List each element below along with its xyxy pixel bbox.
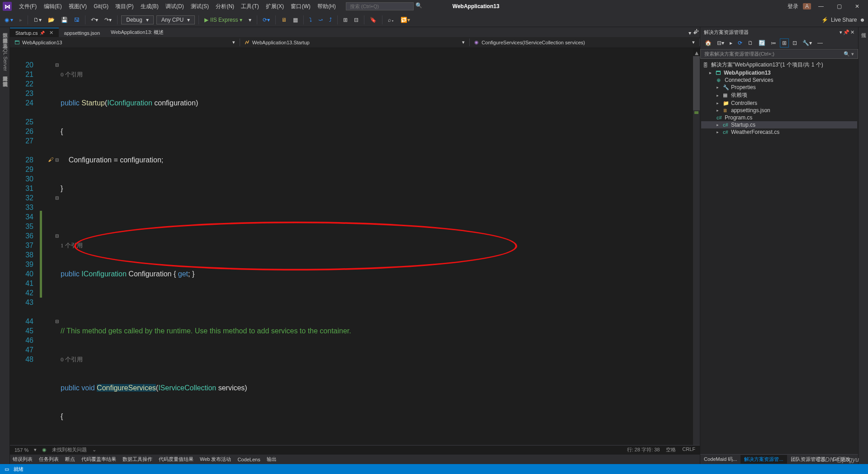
refresh-all-button[interactable]: 🔄 [757,39,767,47]
tab-appsettings[interactable]: appsettings.json [59,28,106,37]
nav-back-button[interactable]: ◉ ▾ [3,16,15,24]
preview-button[interactable]: ⊡ [791,39,799,47]
project-node[interactable]: ▸🗔WebApplication13 [701,69,857,76]
filter-button[interactable]: — [816,39,825,47]
menu-window[interactable]: 窗口(W) [288,3,313,9]
uncomment-button[interactable]: ⊟ [352,16,360,24]
menu-project[interactable]: 项目(P) [113,3,136,9]
new-file-button[interactable]: 🗋▾ [32,16,43,24]
properties-button[interactable]: ≔ [769,39,778,47]
step-out-button[interactable]: ⤴ [327,16,334,24]
sync-button[interactable]: ⟳ [736,39,744,47]
eol-mode[interactable]: CRLF [682,446,695,453]
step-into-button[interactable]: ⤵ [307,16,314,24]
nav-class-dropdown[interactable]: 🗲WebApplication13.Startup▾ [240,38,470,46]
open-file-button[interactable]: 📂 [46,16,57,24]
tab-breakpoints[interactable]: 断点 [65,456,75,463]
user-avatar-icon[interactable]: A [803,3,811,9]
codelens-refs[interactable]: 1 个引用 [61,241,700,250]
tab-metrics[interactable]: 代码度量值结果 [159,456,193,463]
stop-button[interactable]: ▦ [291,16,300,24]
tab-task-list[interactable]: 任务列表 [39,456,59,463]
show-all-button[interactable]: 🗋 [746,39,755,47]
menu-edit[interactable]: 编辑(E) [41,3,65,9]
code-editor[interactable]: 2021222324 252627 2829303132333435363738… [10,48,700,445]
menu-analyze[interactable]: 分析(N) [213,3,237,9]
vertical-scrollbar[interactable]: ▴ [693,48,700,445]
fold-icon[interactable]: ⊟ [55,317,59,326]
rail-sqlserver[interactable]: SQL Server 对象资源管理器 [1,45,9,72]
panel-pin-button[interactable]: 📌 [843,29,849,35]
menu-extensions[interactable]: 扩展(X) [263,3,287,9]
view-button[interactable]: ⊞ [780,38,789,47]
run-split-button[interactable]: ▾ [247,16,253,24]
run-button[interactable]: ▶ IIS Express ▾ [203,16,244,24]
save-button[interactable]: 💾 [59,16,70,24]
wrench-button[interactable]: 🔧▾ [801,39,814,47]
codelens-refs[interactable]: 0 个引用 [61,355,700,364]
platform-dropdown[interactable]: Any CPU▾ [156,15,195,24]
solution-search-input[interactable]: 搜索解决方案资源管理器(Ctrl+;)🔍 ▾ [700,49,858,59]
tab-output[interactable]: 输出 [267,456,277,463]
live-share-button[interactable]: Live Share [831,17,857,23]
solution-root[interactable]: 🗄解决方案"WebApplication13"(1 个项目/共 1 个) [701,61,857,69]
fold-icon[interactable]: ⊟ [55,155,59,165]
search-icon[interactable]: 🔍 [415,2,425,10]
tab-overview[interactable]: WebApplication13: 概述 [105,27,169,37]
menu-help[interactable]: 帮助(H) [315,3,339,9]
feedback-icon[interactable]: ☻ [859,17,865,23]
code-content[interactable]: 0 个引用 public Startup(IConfiguration conf… [61,48,700,445]
indent-mode[interactable]: 空格 [666,446,676,453]
minimize-button[interactable]: — [813,3,829,9]
tab-error-list[interactable]: 错误列表 [13,456,33,463]
maximize-button[interactable]: ▢ [831,3,847,9]
nav-method-dropdown[interactable]: ◉ConfigureServices(IServiceCollection se… [470,38,700,46]
close-button[interactable]: ✕ [849,3,865,9]
step-over-button[interactable]: ⤻ [316,16,325,24]
menu-build[interactable]: 生成(B) [138,3,161,9]
panel-close-button[interactable]: ✕ [850,29,854,35]
properties-node[interactable]: ▸🔧Properties [701,84,857,91]
tab-startup[interactable]: Startup.cs 📌 ✕ [10,28,59,37]
split-editor-button[interactable]: ✢ [694,28,699,34]
quick-search-input[interactable] [346,2,414,10]
login-link[interactable]: 登录 [785,3,801,10]
redo-button[interactable]: ↷▾ [103,16,113,24]
collapse-button[interactable]: ⊟▾ [715,39,726,47]
scroll-up-button[interactable]: ▴ [693,48,700,56]
config-dropdown[interactable]: Debug▾ [121,15,153,24]
quickfix-icon[interactable]: 🖌 [48,155,53,165]
menu-test[interactable]: 测试(S) [188,3,212,9]
tab-coverage[interactable]: 代码覆盖率结果 [81,456,116,463]
connected-services[interactable]: ⊕Connected Services [701,76,857,84]
close-tab-icon[interactable]: ✕ [49,30,53,36]
tab-solution-explorer[interactable]: 解决方案资源管... [741,455,787,464]
replace-button[interactable]: 🔁▾ [399,16,412,24]
codelens-refs[interactable]: 0 个引用 [61,70,700,79]
weatherforecast-file[interactable]: ▸c#WeatherForecast.cs [701,128,857,136]
menu-file[interactable]: 文件(F) [16,3,39,9]
tab-codelens[interactable]: CodeLens [237,457,260,462]
bookmark-button[interactable]: 🔖 [368,16,378,24]
zoom-level[interactable]: 157 % [14,447,28,453]
back-button[interactable]: ▸ [728,39,734,47]
startup-file[interactable]: ▸c#Startup.cs [701,121,857,128]
controllers-folder[interactable]: ▸📁Controllers [701,100,857,107]
menu-git[interactable]: Git(G) [91,3,111,9]
tab-data-tools[interactable]: 数据工具操作 [123,456,152,463]
panel-options-button[interactable]: ▾ [840,29,842,35]
scrollbar-thumb[interactable] [693,56,700,110]
dependencies-node[interactable]: ▸▦依赖项 [701,91,857,100]
live-share-icon[interactable]: ⚡ [821,17,828,23]
undo-button[interactable]: ↶▾ [89,16,100,24]
fold-icon[interactable]: ⊟ [55,231,59,241]
menu-view[interactable]: 视图(V) [66,3,90,9]
find-button[interactable]: ⌕▾ [386,16,396,24]
appsettings-file[interactable]: ▸🗎appsettings.json [701,107,857,114]
home-button[interactable]: 🏠 [703,39,713,47]
browser-link-button[interactable]: 🖥 [279,16,288,24]
nav-project-dropdown[interactable]: 🗔WebApplication13▾ [10,38,240,46]
fold-icon[interactable]: ⊟ [55,60,59,70]
issues-label[interactable]: 未找到相关问题 [52,446,87,453]
pin-icon[interactable]: 📌 [40,31,45,35]
